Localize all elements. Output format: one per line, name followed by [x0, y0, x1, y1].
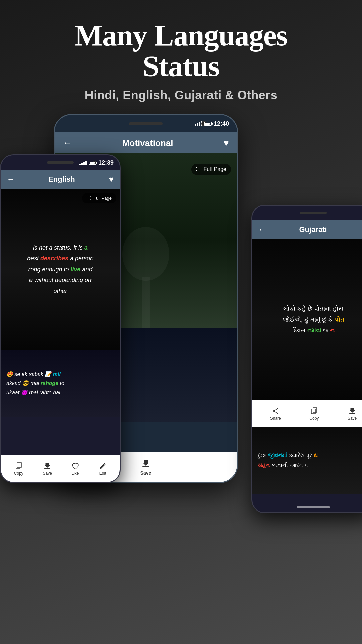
save-button-center[interactable]: Save — [140, 458, 152, 476]
svg-line-7 — [274, 409, 277, 411]
center-speaker — [129, 122, 163, 125]
download-icon-center — [140, 458, 151, 469]
save-button-left[interactable]: Save — [43, 462, 52, 476]
right-second-quote-text: દુઃખ જીવનમાં ક્યારેય પૂરં થ સહન કરવાની આ… — [258, 451, 318, 470]
copy-button-left[interactable]: Copy — [14, 462, 23, 476]
header-section: Many LanguagesStatus Hindi, English, Guj… — [0, 0, 362, 112]
left-action-bar: Copy Save Like Edit — [1, 455, 120, 482]
edit-label-left: Edit — [99, 471, 106, 476]
right-app-header: ← Gujarati — [252, 220, 362, 239]
left-full-page-label: Full Page — [93, 196, 112, 201]
copy-icon-right — [310, 407, 318, 415]
left-app-header: ← English ♥ — [1, 170, 120, 189]
svg-point-4 — [277, 408, 278, 409]
svg-rect-2 — [142, 466, 149, 467]
left-second-quote: 😍 se ek sabak 📝 mil akkad 😎 mai rahoge t… — [1, 350, 120, 417]
left-status-bar: 12:39 — [79, 159, 114, 166]
left-quote-image: is not a status. It is a best describes … — [1, 189, 120, 350]
svg-point-6 — [277, 413, 278, 414]
full-page-button[interactable]: ⛶ Full Page — [191, 164, 231, 175]
left-signal-icon — [79, 161, 87, 165]
right-screen-title: Gujarati — [299, 225, 327, 234]
phone-left-english: 12:39 ← English ♥ ⛶ Full Page is not a s… — [0, 154, 121, 483]
save-button-right[interactable]: Save — [348, 407, 357, 421]
like-label-left: Like — [72, 471, 79, 476]
svg-rect-9 — [349, 413, 355, 414]
left-time: 12:39 — [98, 159, 114, 166]
left-english-quote: is not a status. It is a best describes … — [7, 242, 114, 297]
svg-point-5 — [273, 410, 274, 412]
center-status-bar: 12:40 — [195, 120, 229, 127]
left-full-page-button[interactable]: ⛶ Full Page — [82, 193, 116, 203]
right-notch — [252, 206, 362, 220]
left-screen-title: English — [48, 175, 75, 184]
phones-container: 12:40 ← Motivational ♥ ⛶ Full Page आत कर… — [0, 107, 362, 644]
edit-icon-left — [99, 462, 107, 470]
right-gujarati-quote: લોકો કહે છે પોતાના હોય જોઈએ, હું માનું છ… — [276, 297, 351, 342]
svg-rect-3 — [44, 468, 50, 469]
share-button-right[interactable]: Share — [270, 407, 281, 421]
save-label-left: Save — [43, 471, 52, 476]
expand-icon: ⛶ — [196, 166, 201, 172]
home-indicator-right — [297, 506, 330, 508]
svg-rect-1 — [142, 277, 150, 328]
left-battery-icon — [89, 161, 96, 165]
left-back-button[interactable]: ← — [7, 175, 14, 184]
edit-button-left[interactable]: Edit — [99, 462, 107, 476]
favorite-button[interactable]: ♥ — [223, 138, 229, 148]
back-button[interactable]: ← — [63, 138, 72, 148]
left-speaker — [47, 161, 74, 164]
right-speaker — [300, 212, 327, 214]
save-label-center: Save — [140, 470, 152, 476]
main-title: Many LanguagesStatus — [13, 20, 349, 82]
center-time: 12:40 — [214, 120, 229, 127]
phone-right-gujarati: ← Gujarati લોકો કહે છે પોતાના હોય જોઈએ, … — [251, 205, 362, 513]
right-back-button[interactable]: ← — [258, 225, 266, 234]
home-indicator-center — [129, 476, 163, 478]
home-indicator-left — [57, 471, 64, 478]
subtitle: Hindi, English, Gujarati & Others — [13, 88, 349, 102]
center-screen-title: Motivational — [122, 138, 173, 148]
share-label-right: Share — [270, 416, 281, 421]
full-page-label: Full Page — [203, 166, 226, 172]
copy-label-right: Copy — [309, 416, 319, 421]
right-action-bar: Share Copy Save — [252, 400, 362, 427]
battery-icon — [204, 122, 212, 126]
left-expand-icon: ⛶ — [87, 196, 91, 201]
center-app-header: ← Motivational ♥ — [55, 132, 237, 153]
copy-label-left: Copy — [14, 471, 23, 476]
signal-icon — [195, 121, 202, 126]
copy-icon-left — [15, 462, 23, 470]
left-favorite-button[interactable]: ♥ — [109, 175, 114, 184]
right-second-quote: દુઃખ જીવનમાં ક્યારેય પૂરં થ સહન કરવાની આ… — [252, 427, 362, 494]
left-notch: 12:39 — [1, 155, 120, 170]
copy-button-right[interactable]: Copy — [309, 407, 319, 421]
save-label-right: Save — [348, 416, 357, 421]
left-second-quote-text: 😍 se ek sabak 📝 mil akkad 😎 mai rahoge t… — [6, 370, 64, 397]
like-icon-left — [71, 462, 79, 470]
right-quote-image: લોકો કહે છે પોતાના હોય જોઈએ, હું માનું છ… — [252, 239, 362, 400]
center-phone-notch: 12:40 — [55, 115, 237, 132]
svg-line-8 — [274, 411, 277, 413]
save-icon-right — [348, 407, 356, 415]
like-button-left[interactable]: Like — [71, 462, 79, 476]
save-icon-left — [43, 462, 51, 470]
share-icon-right — [272, 407, 280, 415]
